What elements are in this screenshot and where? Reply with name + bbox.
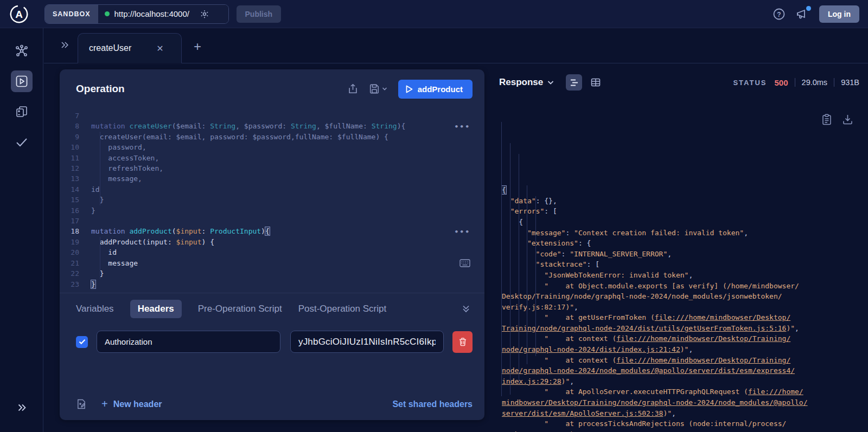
announcements-icon[interactable] [795, 8, 809, 21]
endpoint-url-box[interactable]: http://localhost:4000/ [98, 5, 228, 23]
set-shared-headers-button[interactable]: Set shared headers [392, 399, 473, 409]
stacktrace-file-link[interactable]: mindbowser/Desktop/Training/node/graphql… [502, 398, 808, 407]
operation-title: Operation [76, 83, 125, 95]
sidebar-item-checks[interactable] [11, 131, 33, 153]
subtab-post-operation-script[interactable]: Post-Operation Script [298, 304, 387, 314]
divider [795, 78, 795, 87]
code-line[interactable]: 23} [60, 279, 484, 289]
line-number: 21 [60, 258, 79, 268]
subtab-headers[interactable]: Headers [130, 300, 182, 318]
response-title: Response [499, 77, 543, 88]
endpoint-group: SANDBOX http://localhost:4000/ [44, 4, 229, 24]
response-title-dropdown[interactable]: Response [499, 77, 554, 88]
code-line[interactable]: 15 } [60, 195, 484, 205]
stacktrace-file-link[interactable]: node/graphql-node-2024/node_modules/@apo… [502, 366, 795, 375]
stacktrace-file-link[interactable]: Training/node/graphql-node-2024/dist/uti… [502, 324, 786, 332]
code-line[interactable]: 20 id [60, 247, 484, 257]
stacktrace-file-link[interactable]: server/dist/esm/ApolloServer.js:502:38 [502, 409, 663, 417]
response-line: "data": {}, [502, 196, 859, 207]
operation-subtabs: VariablesHeadersPre-Operation ScriptPost… [60, 293, 484, 324]
header-enabled-checkbox[interactable] [76, 336, 88, 348]
new-tab-button[interactable]: + [194, 39, 201, 54]
download-response-icon[interactable] [843, 114, 853, 127]
header-value-input[interactable] [290, 331, 444, 353]
line-number: 23 [60, 279, 79, 289]
subtab-variables[interactable]: Variables [76, 304, 114, 314]
code-text: } [91, 279, 95, 289]
table-view-icon[interactable] [588, 74, 604, 91]
save-control[interactable] [369, 83, 387, 94]
line-number: 19 [60, 237, 79, 247]
tabs-expand-icon[interactable] [59, 40, 70, 53]
collapse-panel-icon[interactable] [462, 305, 470, 313]
code-text: id [91, 184, 100, 195]
code-line[interactable]: 10 password, [60, 142, 484, 152]
response-line: mindbowser/Desktop/Training/node/graphql… [502, 397, 859, 408]
code-line[interactable]: 9 createUser(email: $email, password: $p… [60, 132, 484, 142]
help-icon[interactable]: ? [773, 8, 786, 21]
response-line: " at context (file:///home/mindbowser/De… [502, 333, 859, 344]
code-line[interactable]: 12 refreshToken, [60, 163, 484, 173]
share-icon[interactable] [348, 83, 358, 94]
save-dropdown-chevron-icon[interactable] [382, 86, 387, 92]
response-tools [822, 114, 853, 127]
run-operation-button[interactable]: addProduct [398, 80, 473, 99]
trash-icon [458, 337, 467, 346]
sidebar-item-explorer[interactable] [11, 70, 33, 92]
code-line[interactable]: 13 message, [60, 173, 484, 184]
tab-close-icon[interactable]: ✕ [156, 43, 163, 54]
code-line[interactable]: 19 addProduct(input: $input) { [60, 237, 484, 247]
gear-icon[interactable] [200, 9, 209, 19]
header-key-input[interactable] [97, 331, 280, 353]
line-number: 7 [60, 111, 79, 121]
operation-menu-icon[interactable]: ••• [455, 121, 470, 132]
code-line[interactable]: 7 [60, 111, 484, 121]
stacktrace-file-link[interactable]: index.js:29:28 [502, 377, 561, 385]
sidebar-item-schema[interactable] [11, 40, 33, 62]
code-line[interactable]: 18mutation addProduct($input: ProductInp… [60, 226, 484, 236]
stacktrace-file-link[interactable]: file:///home/mindbowser/Desktop/ [655, 313, 790, 321]
status-label: STATUS [733, 79, 767, 87]
code-line[interactable]: 8mutation createUser($email: String, $pa… [60, 121, 484, 131]
code-line[interactable]: 11 accessToken, [60, 153, 484, 163]
response-line: " at getUserFromToken (file:///home/mind… [502, 312, 859, 323]
sidebar-item-changelog[interactable] [11, 101, 33, 122]
graphql-editor[interactable]: 78mutation createUser($email: String, $p… [60, 108, 484, 293]
response-line: { [502, 217, 859, 228]
stacktrace-file-link[interactable]: file:///home/mindbowser/Desktop/Training… [616, 356, 790, 364]
response-panel: Response [499, 69, 859, 432]
save-icon[interactable] [369, 83, 380, 94]
tab-createuser[interactable]: createUser ✕ [78, 33, 182, 63]
stacktrace-file-link[interactable]: node/graphql-node-2024/dist/index.js:21:… [502, 345, 680, 353]
stacktrace-file-link[interactable]: file:///home/mindbowser/Desktop/Training… [616, 334, 790, 343]
line-number: 16 [60, 205, 79, 216]
headers-editor: + New header Set shared headers [60, 324, 484, 420]
response-line: "code": "INTERNAL_SERVER_ERROR", [502, 249, 859, 260]
response-line: " at Object.module.exports [as verify] (… [502, 281, 859, 292]
response-line: " at context (file:///home/mindbowser/De… [502, 355, 859, 366]
new-header-button[interactable]: + New header [101, 398, 162, 410]
raw-view-icon[interactable] [566, 74, 582, 91]
keyboard-shortcuts-icon[interactable] [459, 259, 470, 267]
code-line[interactable]: 22 } [60, 268, 484, 279]
endpoint-url[interactable]: http://localhost:4000/ [114, 9, 189, 18]
response-json: { "data": {}, "errors": [ { "message": "… [499, 111, 859, 432]
sidebar-expand-icon[interactable] [16, 402, 28, 417]
operation-menu-icon[interactable]: ••• [455, 227, 470, 237]
connection-status-dot [105, 11, 110, 16]
code-line[interactable]: 21 message [60, 258, 484, 268]
stacktrace-file-link[interactable]: file:///home/ [748, 388, 803, 396]
environment-variables-icon[interactable] [76, 398, 86, 410]
divider [834, 78, 834, 87]
subtab-pre-operation-script[interactable]: Pre-Operation Script [198, 304, 282, 314]
delete-header-button[interactable] [452, 331, 473, 353]
code-line[interactable]: 14id [60, 184, 484, 195]
publish-button[interactable]: Publish [237, 5, 282, 23]
response-meta: STATUS 500 29.0ms 931B [733, 78, 859, 87]
copy-response-icon[interactable] [822, 114, 832, 127]
code-line[interactable]: 16} [60, 205, 484, 216]
code-line[interactable]: 17 [60, 216, 484, 226]
code-text: } [91, 268, 104, 279]
indent-guide [527, 185, 527, 364]
login-button[interactable]: Log in [819, 5, 859, 23]
